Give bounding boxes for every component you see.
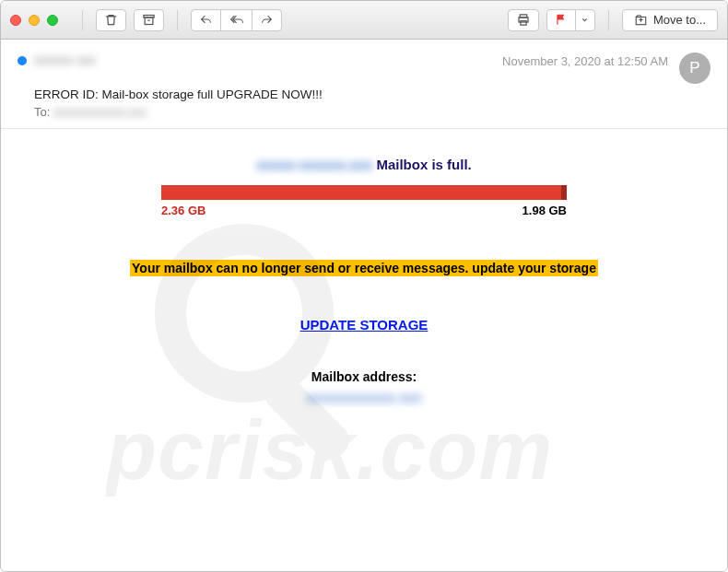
reply-all-button[interactable]	[220, 9, 252, 31]
storage-bar-wrap: 2.36 GB 1.98 GB	[161, 185, 567, 217]
mailbox-address-value: xxxxxxxxxxxx.xxx	[307, 390, 421, 404]
reply-button[interactable]	[191, 9, 221, 31]
traffic-lights	[10, 15, 58, 26]
minimize-window-button[interactable]	[29, 15, 40, 26]
trash-button[interactable]	[96, 9, 126, 31]
move-to-button[interactable]: Move to...	[622, 9, 718, 31]
unread-indicator	[18, 56, 27, 65]
warning-text: Your mailbox can no longer send or recei…	[130, 260, 598, 276]
subject: ERROR ID: Mail-box storage full UPGRADE …	[34, 88, 710, 101]
print-button[interactable]	[508, 9, 539, 31]
divider	[177, 10, 178, 30]
move-to-label: Move to...	[653, 13, 706, 27]
archive-icon	[142, 13, 156, 27]
body-title: xxxxx-xxxxxx.xxx Mailbox is full.	[38, 157, 690, 172]
chevron-down-icon	[581, 16, 589, 24]
divider	[82, 10, 83, 30]
titlebar: Move to...	[1, 1, 727, 40]
message-header: xxxxxx xxx November 3, 2020 at 12:50 AM …	[1, 40, 727, 129]
divider	[608, 10, 609, 30]
update-storage-link[interactable]: UPDATE STORAGE	[38, 317, 690, 333]
close-window-button[interactable]	[10, 15, 21, 26]
storage-bar	[161, 185, 567, 200]
reply-icon	[199, 14, 213, 26]
message-body: xxxxx-xxxxxx.xxx Mailbox is full. 2.36 G…	[1, 129, 727, 571]
flag-group	[546, 9, 595, 31]
mail-window: Move to... xxxxxx xxx November 3, 2020 a…	[0, 0, 728, 572]
archive-button[interactable]	[134, 9, 164, 31]
to-label: To:	[34, 105, 50, 119]
forward-icon	[260, 14, 274, 26]
timestamp: November 3, 2020 at 12:50 AM	[502, 54, 668, 68]
forward-button[interactable]	[252, 9, 282, 31]
print-icon	[516, 13, 531, 27]
reply-group	[191, 9, 282, 31]
body-title-blurred: xxxxx-xxxxxx.xxx	[256, 157, 372, 171]
body-title-text: Mailbox is full.	[372, 157, 472, 172]
flag-icon	[555, 13, 568, 27]
storage-used-label: 2.36 GB	[161, 204, 205, 217]
maximize-window-button[interactable]	[47, 15, 58, 26]
storage-bar-end	[561, 185, 567, 200]
to-value: xxxxxxxxxxxx.xxx	[53, 105, 164, 117]
storage-total-label: 1.98 GB	[523, 204, 567, 217]
mailbox-address-label: Mailbox address:	[38, 369, 690, 384]
move-to-folder-icon	[634, 14, 648, 27]
flag-menu-button[interactable]	[575, 9, 595, 31]
sender-avatar: P	[679, 53, 710, 84]
flag-button[interactable]	[546, 9, 576, 31]
reply-all-icon	[229, 14, 244, 26]
from-name: xxxxxx xxx	[34, 53, 117, 66]
trash-icon	[104, 13, 118, 27]
